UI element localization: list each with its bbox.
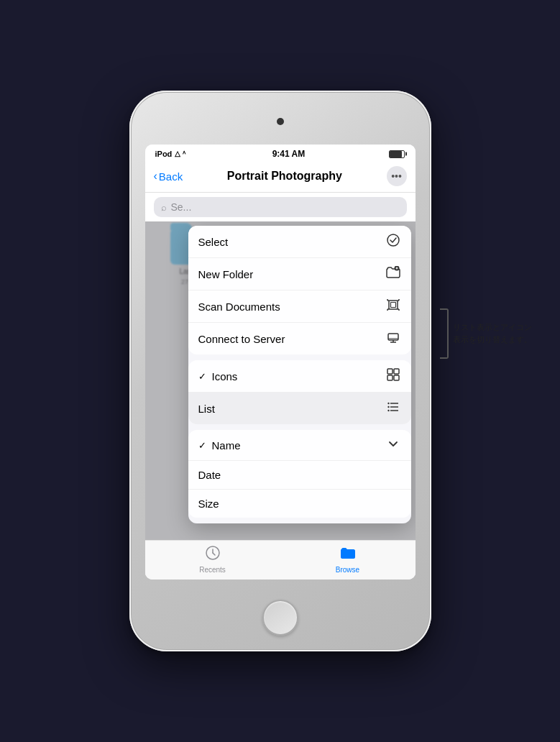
- connect-server-icon: [385, 331, 401, 347]
- menu-item-scan-docs-label: Scan Documents: [198, 301, 280, 313]
- search-input-wrap[interactable]: ⌕ Se...: [154, 197, 407, 217]
- wifi-icon: △＾: [175, 149, 188, 159]
- annotation-bracket: [440, 308, 449, 359]
- list-view-icon: [385, 400, 401, 416]
- svg-point-25: [387, 403, 389, 404]
- menu-section-actions: Select New Folder: [188, 226, 411, 354]
- icons-view-icon: [385, 368, 401, 384]
- name-checkmark: ✓: [198, 440, 206, 451]
- menu-section-view: ✓ Icons: [188, 360, 411, 424]
- carrier-label: iPod: [155, 150, 173, 158]
- svg-line-30: [213, 553, 215, 555]
- svg-point-0: [387, 234, 399, 246]
- browse-icon: [340, 545, 356, 564]
- tab-browse[interactable]: Browse: [280, 545, 416, 574]
- menu-item-list-label: List: [198, 403, 215, 415]
- recents-icon: [205, 545, 221, 564]
- tab-recents[interactable]: Recents: [145, 545, 280, 574]
- menu-item-date-label: Date: [198, 469, 221, 481]
- svg-point-26: [387, 406, 389, 408]
- icons-checkmark: ✓: [198, 371, 206, 382]
- home-button[interactable]: [262, 600, 298, 636]
- battery-fill: [390, 151, 402, 157]
- more-button[interactable]: •••: [387, 166, 407, 186]
- menu-item-scan-docs[interactable]: Scan Documents: [188, 290, 411, 323]
- camera: [277, 118, 284, 125]
- svg-rect-21: [394, 375, 399, 380]
- screen-area: iPod △＾ 9:41 AM ‹ Back: [145, 145, 416, 580]
- menu-item-name-label: Name: [212, 439, 241, 452]
- battery-icon: [389, 150, 405, 158]
- status-bar: iPod △＾ 9:41 AM: [145, 145, 416, 162]
- tab-bar: Recents Browse: [145, 540, 416, 580]
- ellipsis-icon: •••: [391, 170, 402, 182]
- menu-item-connect-server-label: Connect to Server: [198, 333, 285, 345]
- scan-docs-icon: [385, 298, 401, 314]
- search-placeholder: Se...: [171, 201, 192, 213]
- dropdown-menu: Select New Folder: [188, 226, 411, 523]
- chevron-down-icon: [385, 438, 401, 452]
- menu-item-name[interactable]: ✓ Name: [188, 430, 411, 461]
- back-chevron-icon: ‹: [154, 170, 157, 183]
- menu-item-new-folder[interactable]: New Folder: [188, 258, 411, 290]
- menu-item-icons[interactable]: ✓ Icons: [188, 360, 411, 393]
- svg-rect-5: [390, 303, 395, 308]
- back-button[interactable]: ‹ Back: [154, 170, 183, 183]
- status-left: iPod △＾: [155, 149, 188, 159]
- icons-label-group: ✓ Icons: [198, 370, 238, 383]
- search-bar: ⌕ Se...: [145, 193, 416, 221]
- menu-item-select-label: Select: [198, 236, 229, 248]
- back-label: Back: [159, 170, 183, 183]
- tab-browse-label: Browse: [336, 566, 359, 574]
- status-right: [389, 150, 405, 158]
- menu-item-date[interactable]: Date: [188, 461, 411, 490]
- svg-rect-19: [394, 369, 399, 374]
- device: iPod △＾ 9:41 AM ‹ Back: [129, 91, 431, 651]
- menu-item-connect-server[interactable]: Connect to Server: [188, 323, 411, 354]
- menu-item-new-folder-label: New Folder: [198, 268, 254, 280]
- page-title: Portrait Photography: [183, 170, 386, 183]
- select-icon: [385, 234, 401, 249]
- svg-rect-18: [387, 369, 393, 374]
- menu-item-list[interactable]: List: [188, 393, 411, 424]
- menu-item-icons-label: Icons: [212, 370, 238, 383]
- menu-section-sort: ✓ Name Date: [188, 430, 411, 518]
- menu-item-size-label: Size: [198, 498, 219, 510]
- time-label: 9:41 AM: [272, 149, 306, 159]
- search-icon: ⌕: [161, 202, 167, 213]
- name-label-group: ✓ Name: [198, 439, 241, 452]
- screen: iPod △＾ 9:41 AM ‹ Back: [145, 145, 416, 580]
- tab-recents-label: Recents: [199, 566, 226, 574]
- device-shell: iPod △＾ 9:41 AM ‹ Back: [129, 91, 431, 651]
- new-folder-icon: [385, 266, 401, 282]
- content-area: Last T... 27 ite... Des... 10:41 385...: [145, 221, 416, 540]
- menu-item-select[interactable]: Select: [188, 226, 411, 258]
- nav-bar: ‹ Back Portrait Photography •••: [145, 162, 416, 193]
- svg-rect-14: [388, 334, 398, 340]
- annotation-text: リスト表示とアイコン表示を切り替えます。: [453, 321, 532, 347]
- svg-rect-4: [389, 301, 398, 309]
- svg-point-27: [387, 410, 389, 411]
- svg-rect-20: [387, 375, 393, 380]
- menu-item-size[interactable]: Size: [188, 490, 411, 518]
